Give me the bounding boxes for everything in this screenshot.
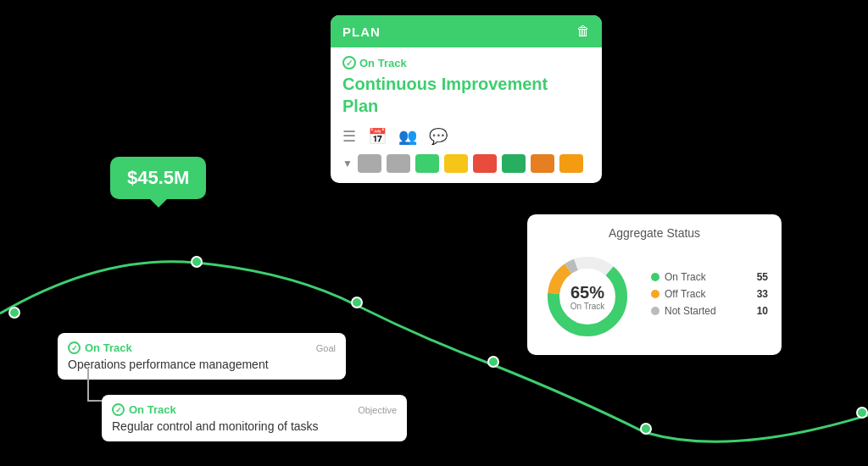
- objective-description: Regular control and monitoring of tasks: [112, 419, 397, 433]
- donut-label: 65% On Track: [570, 283, 605, 311]
- goal-card-header: ✓ On Track Goal: [68, 341, 336, 354]
- objective-on-track-circle: ✓: [112, 403, 125, 416]
- aggregate-title: Aggregate Status: [541, 226, 768, 240]
- curve-dot-6: [856, 407, 868, 419]
- plan-color-swatches: ▼: [342, 154, 590, 173]
- chat-icon[interactable]: 💬: [429, 127, 448, 146]
- aggregate-legend: On Track 55 Off Track 33 Not Started 10: [651, 271, 768, 322]
- on-track-count: 55: [757, 271, 768, 283]
- on-track-legend-label: On Track: [665, 271, 706, 283]
- goal-objective-connector: [87, 368, 103, 402]
- plan-action-icons: ☰ 📅 👥 💬: [342, 127, 590, 146]
- objective-card-header: ✓ On Track Objective: [112, 403, 397, 416]
- swatch-red[interactable]: [473, 154, 497, 173]
- legend-item-off-track: Off Track 33: [651, 288, 768, 300]
- off-track-legend-label: Off Track: [665, 288, 705, 300]
- curve-dot-2: [191, 256, 203, 268]
- curve-dot-1: [8, 307, 20, 319]
- team-icon[interactable]: 👥: [398, 127, 417, 146]
- objective-on-track-status: ✓ On Track: [112, 403, 176, 416]
- edit-icon[interactable]: 🗑︎: [576, 24, 590, 39]
- objective-card: ✓ On Track Objective Regular control and…: [102, 395, 407, 441]
- money-bubble: $45.5M: [110, 157, 206, 199]
- not-started-dot: [651, 307, 659, 315]
- plan-card-body: ✓ On Track Continuous Improvement Plan ☰…: [331, 47, 602, 183]
- on-track-circle-icon: ✓: [342, 56, 356, 69]
- swatch-dark-green[interactable]: [502, 154, 526, 173]
- goal-on-track-circle: ✓: [68, 341, 81, 354]
- plan-title: Continuous Improvement Plan: [342, 73, 590, 117]
- swatch-green[interactable]: [415, 154, 439, 173]
- objective-type-label: Objective: [358, 405, 397, 415]
- swatch-orange[interactable]: [531, 154, 554, 173]
- off-track-dot: [651, 290, 659, 298]
- goal-description: Operations performance management: [68, 358, 336, 371]
- aggregate-status-card: Aggregate Status 65% On Track On Tr: [527, 214, 782, 355]
- goal-on-track-status: ✓ On Track: [68, 341, 132, 354]
- list-icon[interactable]: ☰: [342, 127, 356, 146]
- swatch-gray[interactable]: [358, 154, 381, 173]
- calendar-icon[interactable]: 📅: [368, 127, 387, 146]
- not-started-legend-label: Not Started: [665, 305, 716, 317]
- swatch-gray2[interactable]: [387, 154, 410, 173]
- plan-card: PLAN 🗑︎ ✓ On Track Continuous Improvemen…: [331, 15, 602, 183]
- goal-type-label: Goal: [316, 343, 336, 353]
- expand-arrow[interactable]: ▼: [342, 158, 353, 169]
- curve-dot-5: [640, 423, 652, 435]
- legend-item-not-started: Not Started 10: [651, 305, 768, 317]
- on-track-dot: [651, 273, 659, 281]
- curve-dot-4: [487, 356, 499, 368]
- aggregate-body: 65% On Track On Track 55 Off Track 33 No…: [541, 250, 768, 343]
- donut-percentage: 65%: [570, 283, 605, 302]
- swatch-amber[interactable]: [559, 154, 583, 173]
- plan-on-track-status: ✓ On Track: [342, 56, 590, 69]
- donut-subtitle: On Track: [570, 302, 605, 311]
- legend-item-on-track: On Track 55: [651, 271, 768, 283]
- donut-chart: 65% On Track: [541, 250, 634, 343]
- not-started-count: 10: [757, 305, 768, 317]
- plan-card-header: PLAN 🗑︎: [331, 15, 602, 47]
- curve-dot-3: [351, 297, 363, 308]
- off-track-count: 33: [757, 288, 768, 300]
- plan-header-title: PLAN: [342, 25, 381, 39]
- swatch-yellow[interactable]: [444, 154, 468, 173]
